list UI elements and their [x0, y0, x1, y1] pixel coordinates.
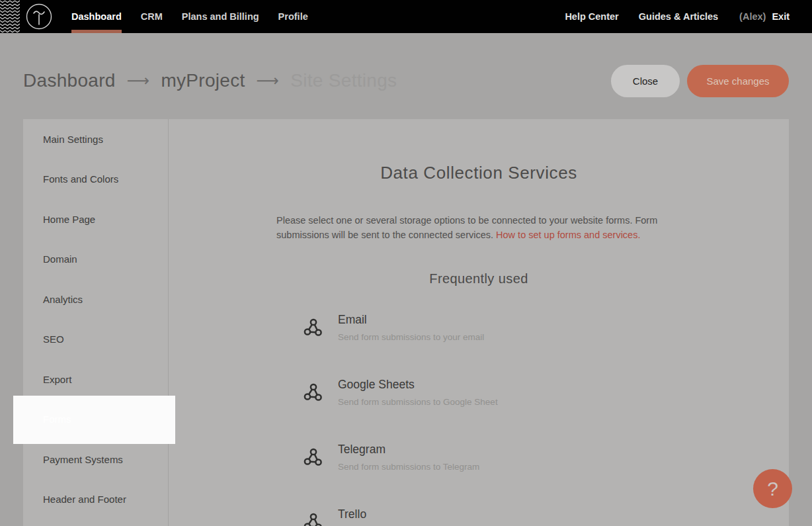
nav-item[interactable]: Help Center: [565, 11, 618, 22]
nav-item[interactable]: Profile: [278, 0, 308, 33]
service-item[interactable]: Trello: [276, 501, 681, 526]
breadcrumb-site-settings: Site Settings: [290, 70, 397, 91]
nav-item[interactable]: Plans and Billing: [182, 0, 259, 33]
services-list: Email Send form submissions to your emai…: [276, 306, 681, 526]
sidebar-item[interactable]: Home Page: [23, 199, 168, 240]
toolbar-row: Dashboard ⟶ myProject ⟶ Site Settings Cl…: [23, 61, 789, 101]
network-nodes-icon: [303, 512, 323, 526]
breadcrumb-arrow-icon: ⟶: [127, 71, 150, 90]
sidebar-item[interactable]: SEO: [23, 320, 168, 360]
service-description: Send form submissions to Google Sheet: [338, 397, 498, 407]
sidebar-item[interactable]: Domain: [23, 240, 168, 280]
secondary-nav: Help Center Guides & Articles: [565, 11, 718, 22]
service-item[interactable]: Google Sheets Send form submissions to G…: [276, 371, 681, 436]
network-nodes-icon: [303, 382, 323, 402]
save-changes-button[interactable]: Save changes: [687, 65, 789, 97]
page-description: Please select one or several storage opt…: [276, 214, 681, 242]
sidebar-item-label: Payment Systems: [43, 454, 123, 465]
sidebar-item-label: Header and Footer: [43, 494, 126, 505]
sidebar-item-label: Export: [43, 374, 71, 385]
exit-link[interactable]: Exit: [772, 11, 790, 22]
help-button[interactable]: ?: [753, 469, 792, 508]
service-name: Google Sheets: [338, 378, 498, 392]
sidebar-item-label: Home Page: [43, 214, 95, 225]
service-name: Trello: [338, 507, 366, 521]
service-name: Telegram: [338, 443, 479, 457]
top-nav-bar: Dashboard CRM Plans and Billing Profile …: [0, 0, 812, 33]
section-title: Frequently used: [169, 271, 789, 286]
sidebar-item-label: SEO: [43, 333, 64, 345]
breadcrumb-dashboard[interactable]: Dashboard: [23, 70, 116, 91]
sidebar-item-label: Fonts and Colors: [43, 173, 118, 185]
settings-panel: Main Settings Fonts and Colors Home Page…: [23, 119, 789, 526]
sidebar-item[interactable]: Analytics: [23, 279, 168, 320]
settings-sidebar: Main Settings Fonts and Colors Home Page…: [23, 119, 169, 526]
close-button[interactable]: Close: [611, 65, 680, 97]
settings-content: Data Collection Services Please select o…: [169, 119, 789, 526]
sidebar-item-label: Domain: [43, 253, 77, 265]
service-texts: Google Sheets Send form submissions to G…: [338, 371, 498, 407]
user-area: (Alex) Exit: [739, 11, 790, 22]
page-title: Data Collection Services: [169, 163, 789, 183]
tilda-logo[interactable]: [25, 3, 53, 30]
service-name: Email: [338, 313, 484, 327]
toolbar-buttons: Close Save changes: [611, 65, 789, 97]
zigzag-pattern: [0, 0, 20, 33]
service-texts: Telegram Send form submissions to Telegr…: [338, 436, 479, 472]
network-nodes-icon: [303, 318, 323, 337]
breadcrumb: Dashboard ⟶ myProject ⟶ Site Settings: [23, 70, 397, 91]
nav-item[interactable]: CRM: [141, 0, 163, 33]
service-description: Send form submissions to your email: [338, 332, 484, 342]
breadcrumb-project[interactable]: myProject: [161, 70, 245, 91]
main-nav: Dashboard CRM Plans and Billing Profile: [71, 0, 308, 33]
service-item[interactable]: Email Send form submissions to your emai…: [276, 306, 681, 371]
sidebar-item-label: Main Settings: [43, 134, 103, 145]
how-to-link[interactable]: How to set up forms and services.: [496, 230, 640, 240]
sidebar-item[interactable]: Forms: [23, 400, 169, 440]
breadcrumb-arrow-icon: ⟶: [257, 71, 280, 90]
service-texts: Trello: [338, 501, 366, 526]
service-description: Send form submissions to Telegram: [338, 462, 479, 472]
nav-item[interactable]: Dashboard: [71, 0, 122, 33]
nav-item[interactable]: Guides & Articles: [639, 11, 718, 22]
sidebar-item[interactable]: Export: [23, 359, 168, 400]
sidebar-item[interactable]: Main Settings: [23, 119, 168, 159]
sidebar-item[interactable]: Header and Footer: [23, 480, 168, 520]
service-item[interactable]: Telegram Send form submissions to Telegr…: [276, 436, 681, 501]
service-texts: Email Send form submissions to your emai…: [338, 306, 484, 342]
sidebar-item[interactable]: Fonts and Colors: [23, 159, 168, 200]
user-name: (Alex): [739, 11, 766, 22]
network-nodes-icon: [303, 447, 323, 467]
sidebar-item-label: Forms: [43, 414, 71, 425]
sidebar-item-label: Analytics: [43, 294, 83, 305]
question-mark-icon: ?: [767, 478, 778, 500]
sidebar-item[interactable]: Payment Systems: [23, 439, 168, 480]
